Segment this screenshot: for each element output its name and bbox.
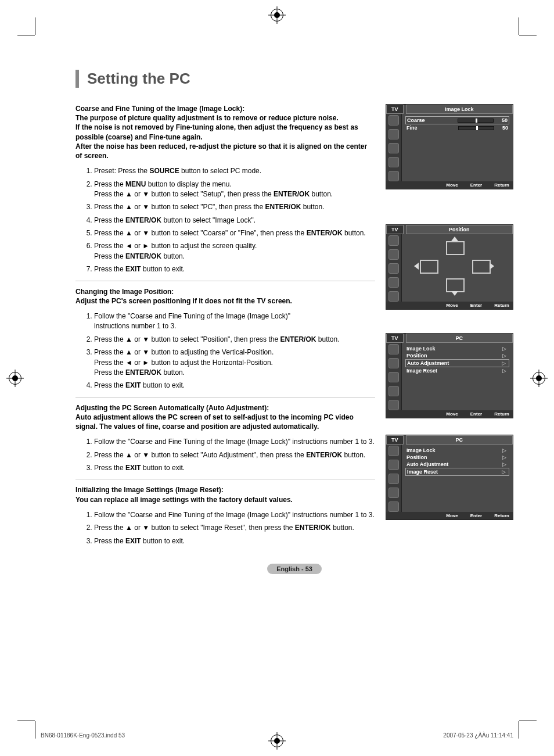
step-item: Press the ◄ or ► button to adjust the sc… xyxy=(94,241,375,261)
osd-tv-label: TV xyxy=(386,334,404,343)
imprint-right: 2007-05-23 ¿ÀÀü 11:14:41 xyxy=(443,732,513,739)
menu-icon xyxy=(388,474,399,484)
osd-row[interactable]: Fine50 xyxy=(405,124,509,131)
osd-row-label: Position xyxy=(406,353,499,359)
step-item: Press the ▲ or ▼ button to select "Auto … xyxy=(94,450,375,460)
step-item: Press the EXIT button to exit. xyxy=(94,463,375,473)
return-hint: Return xyxy=(488,411,509,417)
step-item: Press the EXIT button to exit. xyxy=(94,264,375,274)
osd-pc-reset: TVPC Image Lock▷Position▷Auto Adjustment… xyxy=(386,435,513,520)
section4-intro: Initializing the Image Settings (Image R… xyxy=(75,485,375,504)
return-hint: Return xyxy=(488,182,509,188)
section3-steps: Follow the "Coarse and Fine Tuning of th… xyxy=(75,437,375,473)
menu-icon xyxy=(388,358,399,368)
menu-icon xyxy=(388,460,399,470)
step-item: Follow the "Coarse and Fine Tuning of th… xyxy=(94,311,375,332)
menu-icon xyxy=(388,446,399,456)
enter-hint: Enter xyxy=(464,411,482,417)
menu-icon xyxy=(388,291,399,302)
chevron-right-icon: ▷ xyxy=(502,368,508,374)
osd-row-label: Image Reset xyxy=(406,368,499,374)
menu-icon xyxy=(388,129,399,139)
move-hint: Move xyxy=(440,411,458,417)
chevron-right-icon: ▷ xyxy=(502,353,508,359)
osd-row[interactable]: Auto Adjustment▷ xyxy=(405,461,509,468)
menu-icon xyxy=(388,372,399,382)
osd-row-label: Fine xyxy=(406,125,455,131)
divider xyxy=(75,397,375,397)
slider-value: 50 xyxy=(497,117,508,123)
osd-row[interactable]: Coarse50 xyxy=(405,116,509,124)
page-title: Setting the PC xyxy=(87,70,513,88)
step-item: Press the ▲ or ▼ button to select "Coars… xyxy=(94,228,375,238)
enter-hint: Enter xyxy=(464,182,482,188)
imprint-left: BN68-01186K-Eng-0523.indd 53 xyxy=(41,732,125,739)
menu-icon xyxy=(388,249,399,260)
chevron-right-icon: ▷ xyxy=(502,360,508,366)
osd-image-lock: TVImage Lock Coarse50Fine50 MoveEnterRet… xyxy=(386,104,513,189)
menu-icon xyxy=(388,501,399,512)
title-bar: Setting the PC xyxy=(75,70,513,88)
slider-bar[interactable] xyxy=(458,126,494,130)
page-number: English - 53 xyxy=(267,564,322,574)
menu-icon xyxy=(388,143,399,153)
osd-position: TVPosition xyxy=(386,224,513,310)
osd-row[interactable]: Position▷ xyxy=(405,352,509,359)
osd-row-label: Image Lock xyxy=(406,447,499,453)
move-hint: Move xyxy=(440,182,458,188)
section1-intro: Coarse and Fine Tuning of the Image (Ima… xyxy=(75,104,375,160)
step-item: Press the EXIT button to exit. xyxy=(94,536,375,546)
osd-row[interactable]: Image Reset▷ xyxy=(405,468,509,476)
step-item: Press the EXIT button to exit. xyxy=(94,381,375,390)
osd-title: PC xyxy=(406,435,513,445)
slider-bar[interactable] xyxy=(458,119,494,123)
osd-title: Image Lock xyxy=(406,105,513,114)
section3-intro: Adjusting the PC Screen Automatically (A… xyxy=(75,403,375,432)
step-item: Press the ▲ or ▼ button to select "Image… xyxy=(94,523,375,533)
step-item: Press the ▲ or ▼ button to select "Posit… xyxy=(94,335,375,345)
enter-hint: Enter xyxy=(464,513,482,518)
step-item: Press the MENU button to display the men… xyxy=(94,180,375,200)
section2-intro: Changing the Image Position:Adjust the P… xyxy=(75,287,375,306)
osd-pc-auto: TVPC Image Lock▷Position▷Auto Adjustment… xyxy=(386,333,513,418)
step-item: Follow the "Coarse and Fine Tuning of th… xyxy=(94,510,375,520)
move-hint: Move xyxy=(440,513,458,518)
osd-row[interactable]: Image Lock▷ xyxy=(405,447,509,454)
section2-steps: Follow the "Coarse and Fine Tuning of th… xyxy=(75,311,375,391)
step-item: Press the ▲ or ▼ button to select "PC", … xyxy=(94,202,375,212)
chevron-right-icon: ▷ xyxy=(502,469,508,475)
osd-row-label: Image Lock xyxy=(406,346,499,352)
menu-icon xyxy=(388,344,399,354)
step-item: Follow the "Coarse and Fine Tuning of th… xyxy=(94,437,375,447)
osd-tv-label: TV xyxy=(386,225,404,234)
osd-row[interactable]: Image Reset▷ xyxy=(405,367,509,374)
menu-icon xyxy=(388,115,399,126)
step-item: Preset: Press the SOURCE button to selec… xyxy=(94,166,375,176)
menu-icon xyxy=(388,277,399,288)
osd-row-label: Coarse xyxy=(407,117,454,123)
divider xyxy=(75,281,375,281)
osd-row[interactable]: Auto Adjustment▷ xyxy=(405,359,509,367)
menu-icon xyxy=(388,386,399,396)
menu-icon xyxy=(388,488,399,498)
divider xyxy=(75,479,375,479)
menu-icon xyxy=(388,157,399,167)
step-item: Press the ENTER/OK button to select "Ima… xyxy=(94,216,375,225)
osd-row[interactable]: Position▷ xyxy=(405,454,509,461)
chevron-right-icon: ▷ xyxy=(502,461,508,467)
chevron-right-icon: ▷ xyxy=(502,346,508,352)
chevron-right-icon: ▷ xyxy=(502,447,508,453)
enter-hint: Enter xyxy=(464,303,482,308)
osd-tv-label: TV xyxy=(386,435,404,445)
return-hint: Return xyxy=(488,303,509,308)
osd-tv-label: TV xyxy=(386,105,404,114)
osd-row[interactable]: Image Lock▷ xyxy=(405,345,509,352)
menu-icon xyxy=(388,400,399,410)
menu-icon xyxy=(388,263,399,274)
menu-icon xyxy=(388,235,399,246)
chevron-right-icon: ▷ xyxy=(502,454,508,460)
osd-title: PC xyxy=(406,334,513,343)
osd-row-label: Position xyxy=(406,454,499,460)
section4-steps: Follow the "Coarse and Fine Tuning of th… xyxy=(75,510,375,546)
move-hint: Move xyxy=(440,303,458,308)
